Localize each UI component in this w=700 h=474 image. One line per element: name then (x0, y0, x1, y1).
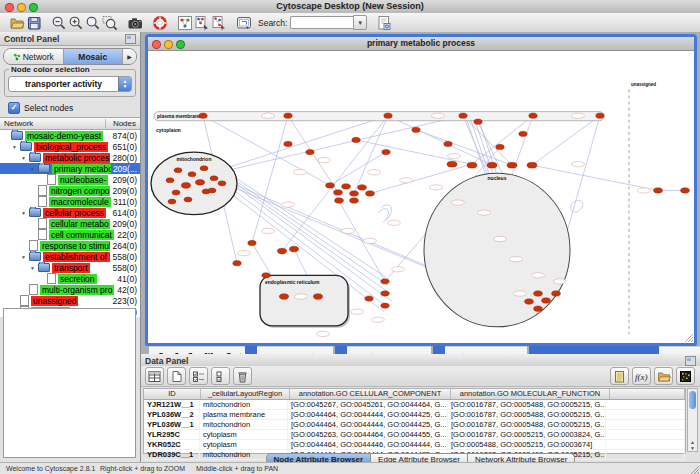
table-row[interactable]: YJR121W__1 mitochondrion [GO:0045267, GO… (144, 400, 685, 410)
birds-eye-view[interactable] (3, 308, 136, 458)
unselect-attributes-icon[interactable] (211, 367, 230, 385)
help-lifering-icon[interactable] (151, 14, 168, 31)
table-row[interactable]: YPL036W__2 plasma membrane [GO:0044464, … (144, 410, 685, 420)
zoom-fit-icon[interactable] (84, 14, 101, 31)
tree-item-label: cellular metabo (49, 219, 110, 229)
file-icon (38, 196, 47, 207)
tree-item[interactable]: ▼nitrogen compo209(0) (0, 185, 140, 196)
network-window-title: primary metabolic process (148, 38, 694, 48)
select-nodes-label: Select nodes (24, 103, 73, 113)
tree-item-label: nitrogen compo (49, 186, 110, 196)
tree-item-count: 280(0) (112, 153, 140, 163)
tree-item-label: cellular process (43, 208, 106, 218)
scrollbar-thumb[interactable] (689, 391, 696, 409)
tab-mosaic[interactable]: Mosaic (64, 49, 124, 64)
new-attribute-icon[interactable] (167, 367, 186, 385)
import-attributes-icon[interactable] (654, 367, 673, 385)
background-windows-strip (141, 346, 700, 354)
disclosure-arrow-icon[interactable]: ▼ (12, 144, 18, 150)
table-row[interactable]: YKR052C cytoplasm [GO:0044464, GO:004444… (144, 440, 685, 450)
matrix-icon[interactable] (676, 367, 695, 385)
tree-item[interactable]: ▼cellular process614(0) (0, 207, 140, 218)
cell-region: mitochondrion (200, 400, 288, 409)
select-attributes-icon[interactable] (189, 367, 208, 385)
network-tree[interactable]: ▼mosaic-demo-yeast874(0)▼biological_proc… (0, 130, 140, 317)
file-icon (38, 229, 47, 240)
tab-mosaic-label: Mosaic (78, 52, 107, 62)
tree-item[interactable]: ▼response to stimulu264(0) (0, 240, 140, 251)
table-row[interactable]: YLR295C cytoplasm [GO:0045263, GO:004446… (144, 430, 685, 440)
tree-item-label: nucleobase- (58, 175, 108, 185)
tree-item[interactable]: ▼cell communicat22(0) (0, 229, 140, 240)
delete-attribute-icon[interactable] (233, 367, 252, 385)
tree-item-label: response to stimulu (40, 241, 110, 251)
zoom-in-icon[interactable] (67, 14, 84, 31)
network-nodes[interactable] (166, 113, 689, 311)
scroll-down-icon[interactable]: ▼ (690, 445, 695, 451)
table-scrollbar[interactable]: ▲▼ (687, 388, 698, 452)
float-data-panel-icon[interactable] (685, 356, 696, 366)
import-network-icon[interactable] (193, 14, 210, 31)
network-desktop: primary metabolic process (141, 32, 700, 354)
tree-item[interactable]: ▼nucleobase-209(0) (0, 174, 140, 185)
attribute-table-header[interactable]: ID _cellularLayoutRegion annotation.GO C… (144, 389, 685, 400)
tree-item-label: transport (52, 263, 90, 273)
tree-item[interactable]: ▼establishment of lo558(0) (0, 251, 140, 262)
tree-item[interactable]: ▼biological_process651(0) (0, 141, 140, 152)
tree-item-count: 651(0) (112, 142, 140, 152)
search-dropdown-icon[interactable]: ▼ (353, 15, 367, 30)
network-graph[interactable]: plasma membrane cytoplasm mitochondrion … (148, 51, 694, 343)
table-row[interactable]: YPL036W__1 mitochondrion [GO:0044464, GO… (144, 420, 685, 430)
attribute-editor-icon[interactable] (610, 367, 629, 385)
tree-item[interactable]: ▼secretion41(0) (0, 273, 140, 284)
float-panel-icon[interactable] (125, 34, 136, 44)
control-panel-tabs: Network Mosaic ▶ (3, 48, 137, 65)
disclosure-arrow-icon[interactable]: ▼ (21, 254, 27, 260)
function-builder-icon[interactable]: f(x) (632, 367, 651, 385)
tree-item[interactable]: ▼multi-organism pro42(0) (0, 284, 140, 295)
network-canvas[interactable]: plasma membrane cytoplasm mitochondrion … (148, 51, 694, 343)
status-welcome: Welcome to Cytoscape 2.8.1 (6, 465, 95, 472)
tree-item[interactable]: ▼macromolecule311(0) (0, 196, 140, 207)
configure-search-icon[interactable] (375, 14, 392, 31)
disclosure-arrow-icon[interactable]: ▼ (30, 265, 36, 271)
app-resize-grip[interactable] (689, 464, 699, 474)
node-color-selection-group: Node color selection transporter activit… (4, 69, 136, 97)
disclosure-arrow-icon[interactable]: ▼ (30, 166, 36, 172)
network-window-titlebar[interactable]: primary metabolic process (148, 37, 694, 51)
disclosure-arrow-icon[interactable]: ▼ (21, 210, 27, 216)
attributes-table-icon[interactable] (145, 367, 164, 385)
tree-item[interactable]: ▼cellular metabo209(0) (0, 218, 140, 229)
node-color-combobox[interactable]: transporter activity ▲▼ (8, 76, 132, 92)
network-view-window[interactable]: primary metabolic process (145, 34, 697, 346)
tree-item[interactable]: ▼mosaic-demo-yeast874(0) (0, 130, 140, 141)
file-icon (38, 185, 47, 196)
vizmapper-icon[interactable] (176, 14, 193, 31)
tree-item-count: 209(0) (112, 175, 140, 185)
tabs-overflow-icon[interactable]: ▶ (123, 49, 136, 64)
import-table-icon[interactable] (210, 14, 227, 31)
window-resize-grip[interactable] (683, 332, 693, 342)
cell-filler (606, 410, 685, 419)
cell-id: YLR295C (144, 430, 200, 439)
fit-content-icon[interactable] (235, 14, 252, 31)
column-header-cellular-component[interactable]: annotation.GO CELLULAR_COMPONENT (290, 389, 451, 399)
column-header-region[interactable]: _cellularLayoutRegion (201, 389, 290, 399)
select-nodes-checkbox[interactable]: ✓ (8, 102, 20, 114)
tree-item[interactable]: ▼metabolic process280(0) (0, 152, 140, 163)
open-session-icon[interactable] (8, 14, 25, 31)
column-header-id[interactable]: ID (144, 389, 201, 399)
search-input[interactable] (290, 16, 353, 29)
tab-network[interactable]: Network (4, 49, 64, 64)
column-header-molecular-function[interactable]: annotation.GO MOLECULAR_FUNCTION (451, 389, 610, 399)
tree-item[interactable]: ▼transport558(0) (0, 262, 140, 273)
save-session-icon[interactable] (25, 14, 42, 31)
disclosure-arrow-icon[interactable]: ▼ (21, 155, 27, 161)
cytoscape-app: Cytoscape Desktop (New Session) (0, 0, 700, 474)
zoom-selected-region-icon[interactable] (101, 14, 118, 31)
zoom-out-icon[interactable] (50, 14, 67, 31)
snapshot-camera-icon[interactable] (126, 14, 143, 31)
cell-molecular-function: [GO:0016787, GO:0005488, GO:0005215, G..… (448, 420, 606, 429)
tree-item[interactable]: ▼primary metabo209(... (0, 163, 140, 174)
tree-item[interactable]: ▼unassigned223(0) (0, 295, 140, 306)
